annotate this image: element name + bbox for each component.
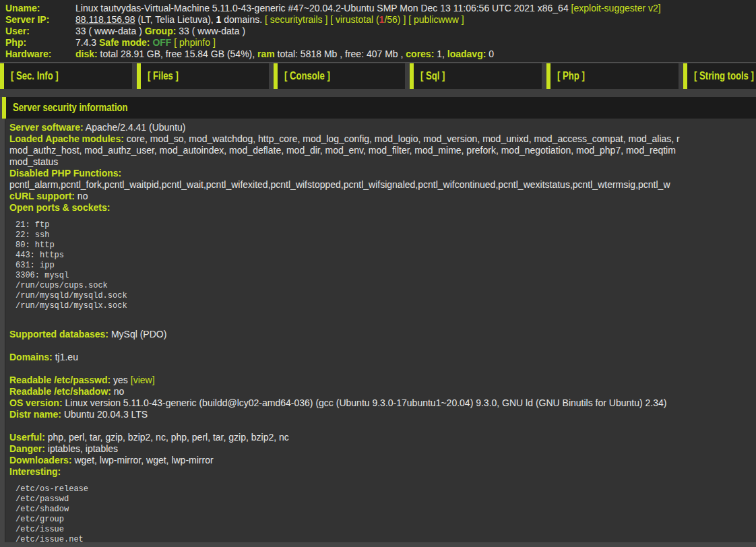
text-segment: wget, lwp-mirror, wget, lwp-mirror (72, 455, 214, 465)
info-line: cURL support: no (9, 191, 756, 202)
inline-label: loadavg: (447, 49, 486, 59)
info-line: Loaded Apache modules: core, mod_so, mod… (9, 133, 756, 145)
text-segment: 1, (434, 49, 447, 59)
text-segment: pcntl_alarm,pcntl_fork,pcntl_waitpid,pcn… (9, 179, 670, 190)
text-segment: (LT, Telia Lietuva), (135, 14, 216, 25)
info-line: Userful: php, perl, tar, gzip, bzip2, nc… (9, 432, 756, 443)
text-segment: tj1.eu (53, 352, 78, 362)
info-line: Supported databases: MySql (PDO) (9, 329, 756, 340)
inline-label: cores: (406, 49, 434, 59)
info-row: User:33 ( www-data ) Group: 33 ( www-dat… (5, 26, 756, 37)
field-label: Distr name: (9, 409, 61, 420)
field-label: Danger: (9, 443, 45, 454)
tab-string-tools[interactable]: [ String tools ] (683, 63, 756, 89)
text-segment: 0 (486, 49, 494, 59)
link[interactable]: [ securitytrails ] (265, 14, 327, 25)
text-segment: core, mod_so, mod_watchdog, http_core, m… (124, 133, 680, 144)
text-segment: no (111, 386, 124, 397)
info-line: Domains: tj1.eu (9, 352, 756, 363)
tab-label: [ String tools ] (694, 70, 754, 82)
info-line: Readable /etc/passwd: yes [view] (9, 375, 756, 386)
text-segment: mod_authz_host, mod_authz_user, mod_auto… (9, 145, 676, 156)
field-label: Interesting: (9, 466, 61, 477)
tab-sec-info[interactable]: [ Sec. Info ] (0, 63, 132, 89)
info-row-label: User: (5, 26, 75, 37)
ip-link[interactable]: 88.118.156.98 (75, 14, 135, 25)
text-segment: 7.4.3 (75, 37, 99, 48)
security-info-content: Server software: Apache/2.4.41 (Ubuntu)L… (5, 119, 756, 542)
info-line: Interesting: (9, 466, 756, 478)
info-row: Uname:Linux tautvydas-Virtual-Machine 5.… (5, 3, 756, 14)
field-label: cURL support: (9, 191, 75, 201)
info-row-value: disk: total 28.91 GB, free 15.84 GB (54%… (75, 49, 494, 60)
field-label: Server software: (9, 122, 84, 133)
blank-line (9, 363, 756, 375)
inline-label: Safe mode: (99, 37, 150, 48)
field-label: Loaded Apache modules: (9, 133, 124, 144)
blank-line (9, 420, 756, 432)
info-line: Downloaders: wget, lwp-mirror, wget, lwp… (9, 455, 756, 466)
link[interactable]: [ publicwww ] (408, 14, 464, 25)
text-segment: 33 ( www-data ) (75, 26, 145, 36)
info-line: Open ports & sockets: (9, 202, 756, 214)
tab-php[interactable]: [ Php ] (546, 63, 679, 89)
status-ok-text: OFF (152, 37, 171, 48)
tab-files[interactable]: [ Files ] (137, 63, 269, 89)
info-line: Server software: Apache/2.4.41 (Ubuntu) (9, 122, 756, 133)
tab-sql[interactable]: [ Sql ] (410, 63, 542, 89)
link[interactable]: /56) ] (384, 14, 406, 25)
blank-line (9, 340, 756, 352)
text-segment: Linux tautvydas-Virtual-Machine 5.11.0-4… (75, 3, 571, 13)
info-row: Php:7.4.3 Safe mode: OFF [ phpinfo ] (5, 37, 756, 49)
tab-label: [ Files ] (148, 70, 179, 82)
field-label: Userful: (9, 432, 45, 443)
info-line: Readable /etc/shadow: no (9, 386, 756, 397)
info-row-value: 33 ( www-data ) Group: 33 ( www-data ) (75, 26, 245, 37)
text-segment: total: 5818 Mb , free: 407 Mb , (275, 49, 406, 59)
info-line: OS version: Linux version 5.11.0-43-gene… (9, 397, 756, 409)
field-label: Disabled PHP Functions: (9, 168, 121, 179)
text-segment: no (75, 191, 88, 201)
mono-output-block: /etc/os-release /etc/passwd /etc/shadow … (9, 484, 756, 542)
field-label: Downloaders: (9, 455, 72, 465)
link[interactable]: [ virustotal ( (330, 14, 379, 25)
section-header: Server security information (2, 97, 756, 119)
info-line: Danger: iptables, iptables (9, 443, 756, 455)
inline-label: disk: (75, 49, 98, 59)
info-row-value: 7.4.3 Safe mode: OFF [ phpinfo ] (75, 37, 216, 49)
tab-console[interactable]: [ Console ] (274, 63, 406, 89)
tab-bar: [ Sec. Info ][ Files ][ Console ][ Sql ]… (0, 62, 756, 89)
tab-label: [ Console ] (284, 70, 330, 82)
text-segment: Linux version 5.11.0-43-generic (buildd@… (63, 397, 667, 408)
text-segment: iptables, iptables (45, 443, 118, 454)
field-label: Domains: (9, 352, 53, 362)
text-segment: mod_status (9, 156, 58, 167)
info-line: mod_authz_host, mod_authz_user, mod_auto… (9, 145, 756, 156)
tab-label: [ Php ] (557, 70, 585, 82)
info-row-value: 88.118.156.98 (LT, Telia Lietuva), 1 dom… (75, 14, 464, 26)
info-line: pcntl_alarm,pcntl_fork,pcntl_waitpid,pcn… (9, 179, 756, 191)
link[interactable]: [exploit-suggester v2] (571, 3, 661, 13)
field-label: Readable /etc/passwd: (9, 375, 111, 385)
info-line: mod_status (9, 156, 756, 168)
text-segment: 33 ( www-data ) (176, 26, 245, 36)
field-label: Supported databases: (9, 329, 108, 340)
section-title: Server security information (13, 102, 128, 114)
server-info-panel: Uname:Linux tautvydas-Virtual-Machine 5.… (0, 0, 756, 62)
info-row: Hardware:disk: total 28.91 GB, free 15.8… (5, 49, 756, 60)
info-row-label: Php: (5, 37, 75, 49)
text-segment: total 28.91 GB, free 15.84 GB (54%), (98, 49, 257, 59)
link[interactable]: [ phpinfo ] (174, 37, 216, 48)
info-row-value: Linux tautvydas-Virtual-Machine 5.11.0-4… (75, 3, 661, 14)
inline-label: ram (257, 49, 275, 59)
info-line: Distr name: Ubuntu 20.04.3 LTS (9, 409, 756, 420)
info-line: Disabled PHP Functions: (9, 168, 756, 179)
info-row-label: Uname: (5, 3, 75, 14)
tab-label: [ Sec. Info ] (11, 70, 59, 82)
inline-label: Group: (145, 26, 177, 36)
info-row-label: Server IP: (5, 14, 75, 26)
text-segment: Ubuntu 20.04.3 LTS (61, 409, 148, 420)
link[interactable]: [view] (131, 375, 155, 385)
tab-label: [ Sql ] (420, 70, 445, 82)
info-row: Server IP:88.118.156.98 (LT, Telia Lietu… (5, 14, 756, 26)
